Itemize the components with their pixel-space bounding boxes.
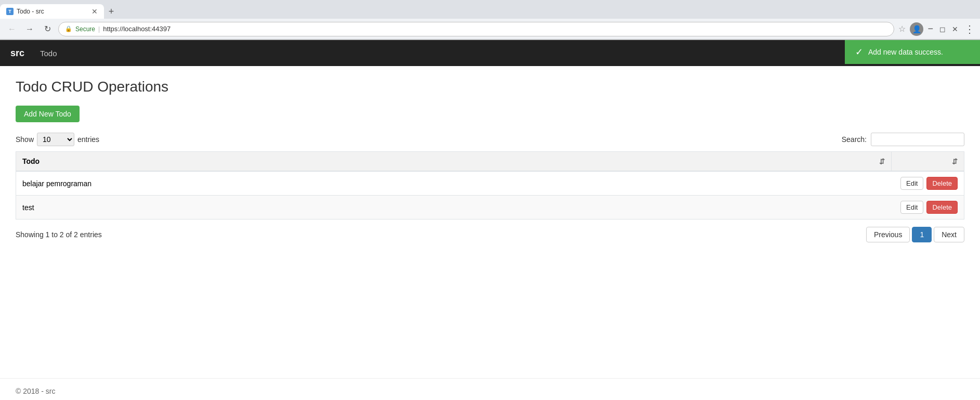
back-button[interactable]: ←	[5, 22, 19, 36]
browser-tab-bar: T Todo - src ✕ +	[0, 0, 980, 19]
table-body: belajar pemrograman Edit Delete test Edi…	[16, 171, 964, 220]
actions-cell-2: Edit Delete	[892, 196, 964, 220]
table-footer: Showing 1 to 2 of 2 entries Previous 1 N…	[16, 227, 964, 242]
tab-title: Todo - src	[17, 8, 44, 15]
pagination: Previous 1 Next	[866, 227, 964, 242]
showing-text: Showing 1 to 2 of 2 entries	[16, 230, 102, 239]
refresh-button[interactable]: ↻	[41, 22, 54, 36]
page-1-button[interactable]: 1	[912, 227, 932, 242]
todo-cell-1: belajar pemrograman	[16, 171, 892, 196]
table-row: belajar pemrograman Edit Delete	[16, 171, 964, 196]
toast-message: Add new data success.	[868, 48, 943, 56]
entries-label: entries	[77, 135, 99, 144]
url-text: https://localhost:44397	[103, 25, 887, 33]
add-new-todo-button[interactable]: Add New Todo	[16, 106, 80, 122]
browser-tab[interactable]: T Todo - src ✕	[0, 4, 104, 19]
toast-check-icon: ✓	[855, 46, 863, 58]
close-button[interactable]: ✕	[952, 25, 958, 33]
user-icon[interactable]: 👤	[910, 22, 923, 36]
footer-text: © 2018 - src	[16, 387, 55, 395]
search-label: Search:	[842, 135, 867, 144]
navbar-brand[interactable]: src	[10, 48, 24, 59]
show-entries: Show 10 25 50 100 entries	[16, 133, 99, 146]
actions-sort-icon[interactable]: ⇵	[952, 158, 958, 165]
address-bar[interactable]: 🔒 Secure | https://localhost:44397	[58, 22, 894, 36]
data-table: Todo ⇵ ⇵ belajar pemrograman Edit Delete	[16, 151, 964, 220]
browser-chrome: T Todo - src ✕ + ← → ↻ 🔒 Secure | https:…	[0, 0, 980, 40]
action-buttons-2: Edit Delete	[898, 201, 958, 214]
delete-button-1[interactable]: Delete	[926, 177, 958, 190]
th-actions: ⇵	[892, 152, 964, 172]
menu-button[interactable]: ⋮	[964, 23, 975, 35]
next-button[interactable]: Next	[934, 227, 964, 242]
delete-button-2[interactable]: Delete	[926, 201, 958, 214]
todo-cell-2: test	[16, 196, 892, 220]
browser-toolbar: ← → ↻ 🔒 Secure | https://localhost:44397…	[0, 19, 980, 40]
action-buttons-1: Edit Delete	[898, 177, 958, 190]
restore-button[interactable]: ◻	[939, 25, 946, 33]
tab-close-button[interactable]: ✕	[92, 7, 98, 16]
th-todo: Todo ⇵	[16, 152, 892, 172]
search-box: Search:	[842, 133, 964, 146]
new-tab-button[interactable]: +	[104, 4, 119, 19]
edit-button-1[interactable]: Edit	[900, 177, 923, 190]
forward-button[interactable]: →	[23, 22, 36, 36]
table-row: test Edit Delete	[16, 196, 964, 220]
navbar: src Todo Register Log in ✓ Add new data …	[0, 40, 980, 66]
address-divider: |	[98, 25, 100, 33]
th-todo-label: Todo	[22, 157, 40, 165]
entries-select[interactable]: 10 25 50 100	[37, 133, 74, 146]
main-content: Todo CRUD Operations Add New Todo Show 1…	[0, 66, 980, 378]
minimize-button[interactable]: −	[927, 23, 933, 34]
actions-cell-1: Edit Delete	[892, 171, 964, 196]
bookmark-icon[interactable]: ☆	[898, 24, 906, 34]
table-header: Todo ⇵ ⇵	[16, 152, 964, 172]
table-controls: Show 10 25 50 100 entries Search:	[16, 133, 964, 146]
edit-button-2[interactable]: Edit	[900, 201, 923, 214]
navbar-todo-link[interactable]: Todo	[35, 49, 62, 58]
secure-text: Secure	[75, 25, 95, 33]
site-footer: © 2018 - src	[0, 378, 980, 400]
page-title: Todo CRUD Operations	[16, 79, 964, 95]
secure-icon: 🔒	[65, 25, 72, 32]
todo-sort-icon[interactable]: ⇵	[879, 158, 885, 165]
tab-favicon: T	[6, 8, 14, 15]
previous-button[interactable]: Previous	[866, 227, 910, 242]
search-input[interactable]	[871, 133, 964, 146]
toast-success: ✓ Add new data success.	[845, 40, 980, 64]
show-label: Show	[16, 135, 34, 144]
